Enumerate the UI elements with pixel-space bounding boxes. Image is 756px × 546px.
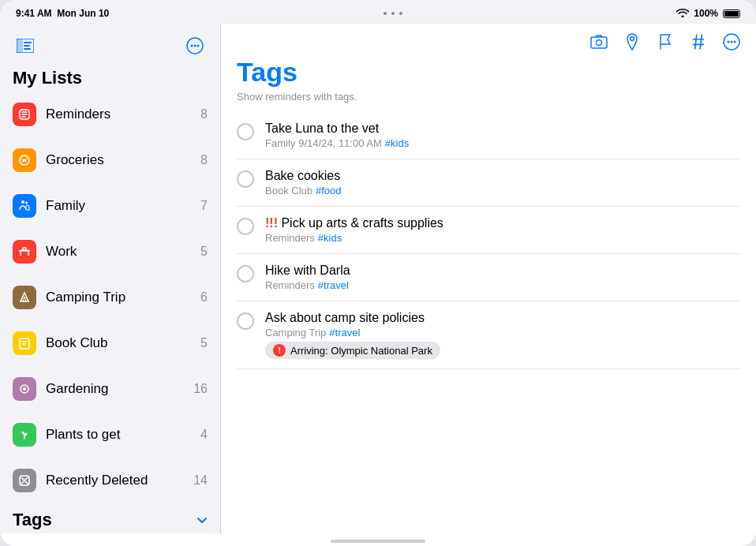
svg-point-13 xyxy=(23,387,26,391)
camping-icon xyxy=(13,286,36,309)
reminder-body: Ask about camp site policies Camping Tri… xyxy=(265,311,740,359)
reminder-checkbox[interactable] xyxy=(237,123,254,140)
reminder-tag[interactable]: #travel xyxy=(318,279,349,291)
main-content: Tags Show reminders with tags. Take Luna… xyxy=(221,24,756,533)
dot2 xyxy=(391,12,395,15)
svg-rect-15 xyxy=(591,37,607,48)
sidebar-item-groceries[interactable]: Groceries 8 xyxy=(0,140,220,180)
sidebar-item-work[interactable]: Work 5 xyxy=(0,232,220,271)
reminder-tag[interactable]: #food xyxy=(316,185,342,196)
reminder-tag[interactable]: #travel xyxy=(329,327,360,338)
reminder-item: Ask about camp site policies Camping Tri… xyxy=(237,301,740,369)
reminder-checkbox[interactable] xyxy=(237,265,254,282)
reminder-checkbox[interactable] xyxy=(237,312,254,330)
photo-icon[interactable] xyxy=(590,33,608,50)
reminder-meta: Reminders #travel xyxy=(265,279,740,291)
reminders-count: 8 xyxy=(200,107,208,122)
main-header xyxy=(221,24,756,57)
svg-rect-0 xyxy=(17,39,23,53)
sidebar-item-deleted[interactable]: Recently Deleted 14 xyxy=(0,461,220,500)
svg-point-19 xyxy=(728,41,730,43)
tags-chevron-icon[interactable] xyxy=(196,513,208,527)
sidebar-header xyxy=(0,24,220,65)
plants-count: 4 xyxy=(200,428,208,442)
sidebar-item-reminders[interactable]: Reminders 8 xyxy=(0,95,220,134)
bookclub-label: Book Club xyxy=(46,335,191,351)
deleted-count: 14 xyxy=(193,473,208,488)
reminder-tag[interactable]: #kids xyxy=(318,232,342,244)
hashtag-icon[interactable] xyxy=(690,33,707,50)
flag-icon[interactable] xyxy=(657,33,674,50)
reminder-list-name: Reminders xyxy=(265,279,315,291)
reminder-item: Bake cookies Book Club #food xyxy=(237,159,740,207)
reminder-date: 9/14/24, 11:00 AM xyxy=(298,137,382,149)
sidebar-item-family[interactable]: Family 7 xyxy=(0,186,220,226)
reminder-meta: Family 9/14/24, 11:00 AM #kids xyxy=(265,137,740,149)
tags-section-header: Tags xyxy=(0,500,220,533)
svg-point-6 xyxy=(191,45,193,47)
svg-rect-4 xyxy=(24,48,31,50)
priority-marker: !!! xyxy=(265,216,281,230)
groceries-count: 8 xyxy=(200,153,208,167)
reminder-title: Hike with Darla xyxy=(265,264,740,278)
reminder-body: Bake cookies Book Club #food xyxy=(265,169,740,196)
reminder-list-name: Book Club xyxy=(265,185,313,196)
reminder-body: Take Luna to the vet Family 9/14/24, 11:… xyxy=(265,122,740,149)
dot3 xyxy=(399,12,402,15)
toolbar-icons xyxy=(590,33,740,50)
battery-icon xyxy=(723,9,740,18)
groceries-label: Groceries xyxy=(46,152,191,168)
more-icon[interactable] xyxy=(723,33,740,50)
reminder-list: Take Luna to the vet Family 9/14/24, 11:… xyxy=(221,112,756,533)
alert-icon: ! xyxy=(273,344,286,357)
reminders-label: Reminders xyxy=(46,107,191,122)
dot1 xyxy=(384,12,387,15)
reminder-body: !!! Pick up arts & crafts supplies Remin… xyxy=(265,216,740,244)
bookclub-icon xyxy=(13,331,36,355)
location-icon[interactable] xyxy=(623,33,641,50)
reminder-tag[interactable]: #kids xyxy=(385,137,409,149)
reminder-title: Take Luna to the vet xyxy=(265,122,740,136)
reminder-meta: Book Club #food xyxy=(265,185,740,196)
tags-title: Tags xyxy=(13,510,52,530)
svg-point-17 xyxy=(631,37,634,41)
deleted-label: Recently Deleted xyxy=(46,473,184,488)
svg-point-8 xyxy=(197,45,200,47)
home-bar xyxy=(331,540,425,543)
svg-point-7 xyxy=(194,45,196,47)
gardening-count: 16 xyxy=(193,382,208,396)
reminder-checkbox[interactable] xyxy=(237,170,254,188)
status-dots xyxy=(384,12,402,15)
sidebar-toggle-button[interactable] xyxy=(13,33,38,58)
battery-label: 100% xyxy=(694,8,718,19)
reminder-list-name: Family xyxy=(265,137,295,149)
sidebar: My Lists Reminders 8 xyxy=(0,24,221,533)
reminder-body: Hike with Darla Reminders #travel xyxy=(265,264,740,291)
gardening-icon xyxy=(13,377,36,401)
plants-icon xyxy=(13,423,36,447)
sidebar-item-plants[interactable]: Plants to get 4 xyxy=(0,415,220,454)
reminder-checkbox[interactable] xyxy=(237,218,254,235)
plants-label: Plants to get xyxy=(46,427,191,443)
show-reminders-label: Show reminders with tags. xyxy=(221,91,756,112)
work-count: 5 xyxy=(200,245,208,259)
sidebar-item-bookclub[interactable]: Book Club 5 xyxy=(0,323,220,363)
camping-label: Camping Trip xyxy=(46,290,191,305)
deleted-icon xyxy=(13,469,36,492)
bookclub-count: 5 xyxy=(200,336,208,350)
reminder-title: !!! Pick up arts & crafts supplies xyxy=(265,216,740,230)
sidebar-item-gardening[interactable]: Gardening 16 xyxy=(0,369,220,409)
reminder-item: Hike with Darla Reminders #travel xyxy=(237,254,740,301)
reminder-item: !!! Pick up arts & crafts supplies Remin… xyxy=(237,207,740,254)
status-indicators: 100% xyxy=(676,8,740,19)
wifi-icon xyxy=(676,8,689,19)
svg-rect-2 xyxy=(24,42,32,43)
svg-point-21 xyxy=(734,41,736,43)
groceries-icon xyxy=(13,148,36,172)
gardening-label: Gardening xyxy=(46,381,184,397)
main-title: Tags xyxy=(221,57,756,91)
sidebar-item-camping[interactable]: Camping Trip 6 xyxy=(0,278,220,317)
sidebar-more-button[interactable] xyxy=(182,33,208,58)
alert-text: Arriving: Olympic National Park xyxy=(290,345,432,357)
reminder-title: Bake cookies xyxy=(265,169,740,183)
